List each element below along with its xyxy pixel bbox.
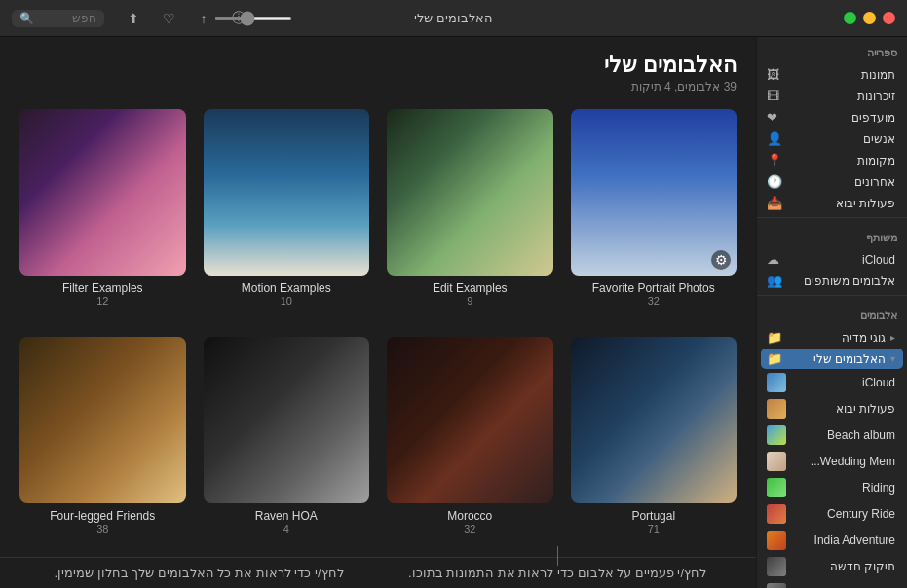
album-label-favorite-portrait: Favorite Portrait Photos [592, 281, 715, 295]
album-thumbnail-icloud-album [767, 373, 786, 392]
chevron-icon-my-albums-folder: ▸ [890, 332, 895, 343]
app-body: האלבומים שלי 39 אלבומים, 4 תיקות Filter … [0, 37, 907, 588]
search-icon: 🔍 [19, 12, 34, 25]
zoom-slider[interactable] [214, 17, 292, 20]
album-thumb-four-legged [19, 337, 186, 503]
sidebar-item-people[interactable]: אנשים 👤 [761, 129, 903, 149]
sidebar-icon-shared-albums: 👥 [767, 274, 782, 288]
sidebar-item-memories[interactable]: זיכרונות 🎞 [761, 86, 903, 106]
sidebar-item-new-album[interactable]: תיקוק חדשה [761, 554, 903, 579]
sidebar-item-recent[interactable]: אחרונים 🕐 [761, 171, 903, 192]
sidebar-label-shared-albums: אלבומים משותפים [787, 275, 895, 288]
album-count-filter-examples: 12 [96, 295, 108, 307]
minimize-button[interactable] [863, 12, 876, 24]
sidebar-icon-memories: 🎞 [767, 89, 779, 103]
sidebar-item-photos[interactable]: תמונות 🖼 [761, 64, 903, 85]
sidebar-label-new-album: תיקוק חדשה [791, 560, 895, 573]
tooltip-bar: לחץ/י כדי לראות את כל האלבומים שלך בחלון… [0, 557, 756, 588]
album-label-portugal: Portugal [631, 509, 675, 523]
sidebar-label-imports-album: פעולות יבוא [791, 402, 895, 416]
sidebar-label-icloud-album: iCloud [791, 376, 895, 389]
close-button[interactable] [883, 12, 895, 24]
heart-button[interactable]: ♡ [155, 8, 182, 29]
album-thumb-filter-examples [19, 109, 186, 276]
album-count-raven-hoa: 4 [283, 523, 289, 534]
album-count-portugal: 71 [648, 523, 660, 534]
sidebar-item-imports-album[interactable]: פעולות יבוא [761, 396, 903, 422]
album-item-portugal[interactable]: Portugal 71 [571, 337, 737, 547]
sidebar-label-my-albums-folder: גוגי מדיה [787, 331, 886, 345]
sidebar-item-wedding-album[interactable]: Wedding Mem... [761, 449, 903, 474]
main-header: האלבומים שלי 39 אלבומים, 4 תיקות [0, 37, 756, 99]
sidebar-icon-places: 📍 [767, 153, 782, 167]
album-item-motion-examples[interactable]: Motion Examples 10 [204, 109, 370, 319]
folder-icon-my-albums-folder: 📁 [767, 330, 782, 345]
sidebar-label-beach-album: Beach album [791, 428, 895, 442]
album-thumb-motion-examples [204, 109, 370, 276]
sidebar-item-india-adventure[interactable]: India Adventure [761, 528, 903, 553]
gear-icon: ⚙ [711, 250, 731, 270]
album-count-edit-examples: 9 [467, 295, 472, 307]
album-thumbnail-beach-album [767, 425, 786, 445]
album-label-edit-examples: Edit Examples [433, 281, 508, 295]
album-thumbnail-riding-album [767, 478, 786, 497]
album-thumb-portugal [571, 337, 737, 503]
album-label-motion-examples: Motion Examples [242, 281, 331, 295]
sidebar-item-shared-albums[interactable]: אלבומים משותפים 👥 [761, 271, 903, 291]
sidebar-label-wedding-album: Wedding Mem... [791, 455, 895, 468]
sidebar-item-my-albums[interactable]: ▾ האלבומים שלי 📁 [761, 349, 903, 369]
album-item-favorite-portrait[interactable]: ⚙ Favorite Portrait Photos 32 [571, 109, 737, 319]
sidebar-label-people: אנשים [787, 132, 895, 146]
album-label-raven-hoa: Raven HOA [255, 509, 318, 523]
chevron-icon-my-albums: ▾ [890, 353, 895, 364]
sidebar-item-cycling-album[interactable]: Cycling [761, 580, 903, 588]
album-item-filter-examples[interactable]: Filter Examples 12 [19, 109, 186, 319]
album-label-morocco: Morocco [447, 509, 492, 523]
tooltip-right: לחץ/י כדי לראות את כל האלבומים שלך בחלון… [19, 566, 378, 580]
album-count-motion-examples: 10 [281, 295, 292, 307]
sidebar-label-imports: פעולות יבוא [787, 197, 895, 210]
sidebar-item-riding-album[interactable]: Riding [761, 475, 903, 500]
tooltip-left: לחץ/י פעמיים על אלבום כדי לראות את התמונ… [378, 566, 737, 580]
sidebar-section-אלבומים: אלבומים [757, 300, 907, 326]
album-item-raven-hoa[interactable]: Raven HOA 4 [204, 337, 370, 547]
album-count: 39 אלבומים, 4 תיקות [19, 80, 737, 93]
sidebar-icon-favorites: ❤ [767, 110, 777, 125]
sidebar-icon-recent: 🕐 [767, 174, 782, 189]
maximize-button[interactable] [844, 12, 856, 24]
sidebar-icon-people: 👤 [767, 131, 782, 146]
sidebar: ספרייה תמונות 🖼 זיכרונות 🎞 מועדפים ❤ אנש… [756, 37, 907, 588]
album-thumb-edit-examples [387, 109, 553, 276]
sidebar-item-beach-album[interactable]: Beach album [761, 423, 903, 448]
sidebar-item-places[interactable]: מקומות 📍 [761, 150, 903, 170]
search-box[interactable]: 🔍 [12, 10, 104, 27]
sidebar-label-favorites: מועדפים [782, 111, 895, 125]
sidebar-label-icloud-sharing: iCloud [784, 253, 895, 267]
sidebar-label-my-albums: האלבומים שלי [787, 352, 886, 366]
sidebar-section-משותף: משותף [757, 222, 907, 248]
album-count-favorite-portrait: 32 [648, 295, 660, 307]
album-thumb-raven-hoa [204, 337, 370, 503]
album-item-morocco[interactable]: Morocco 32 [387, 337, 553, 547]
sidebar-label-places: מקומות [787, 154, 895, 167]
upload-button[interactable]: ⬆ [120, 8, 147, 29]
traffic-lights [844, 12, 895, 24]
album-item-edit-examples[interactable]: Edit Examples 9 [387, 109, 553, 319]
sidebar-item-imports[interactable]: פעולות יבוא 📥 [761, 193, 903, 213]
share-button[interactable]: ↑ [190, 8, 217, 29]
album-count-four-legged: 38 [96, 523, 108, 534]
search-input[interactable] [38, 12, 96, 25]
sidebar-item-icloud-sharing[interactable]: iCloud ☁ [761, 249, 903, 270]
album-label-four-legged: Four-legged Friends [50, 509, 155, 523]
sidebar-label-century-ride: Century Ride [791, 507, 895, 521]
sidebar-item-icloud-album[interactable]: iCloud [761, 370, 903, 395]
album-item-four-legged[interactable]: Four-legged Friends 38 [19, 337, 186, 547]
window-title: האלבומים שלי [414, 11, 493, 25]
album-thumbnail-new-album [767, 557, 786, 576]
sidebar-item-my-albums-folder[interactable]: ▸ גוגי מדיה 📁 [761, 327, 903, 348]
albums-grid: Filter Examples 12 Motion Examples 10 Ed… [0, 99, 756, 557]
sidebar-label-recent: אחרונים [787, 175, 895, 189]
sidebar-item-century-ride[interactable]: Century Ride [761, 501, 903, 527]
album-thumbnail-wedding-album [767, 452, 786, 471]
sidebar-item-favorites[interactable]: מועדפים ❤ [761, 107, 903, 128]
